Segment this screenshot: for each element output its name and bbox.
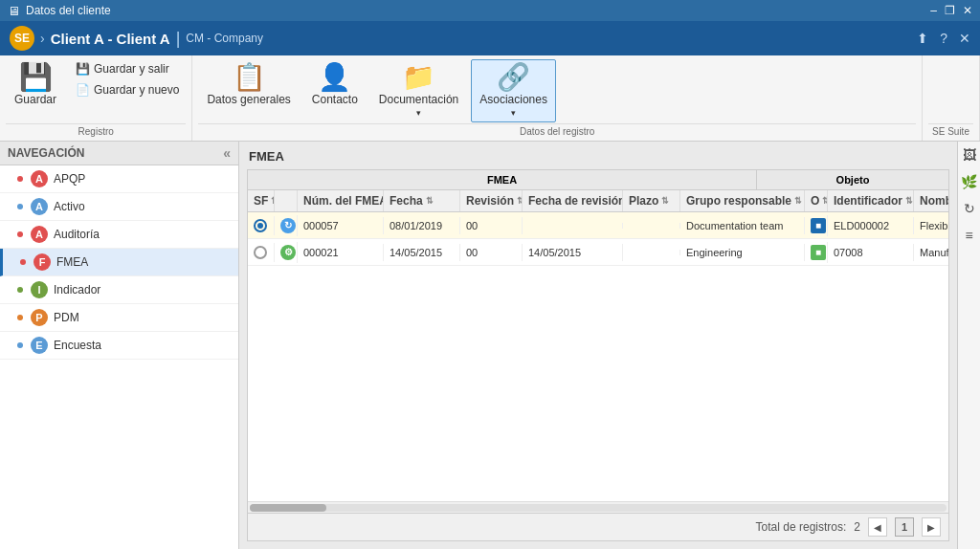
col-header-plazo[interactable]: Plazo⇅ bbox=[623, 190, 680, 211]
save-new-label: Guardar y nuevo bbox=[94, 83, 179, 97]
toolbar-btn-2[interactable]: 🌿 bbox=[960, 172, 979, 191]
radio-button[interactable] bbox=[254, 246, 267, 259]
save-new-button[interactable]: 📄 Guardar y nuevo bbox=[69, 80, 186, 99]
sidebar-item-pdm[interactable]: P PDM bbox=[0, 304, 238, 332]
sidebar-item-label: FMEA bbox=[56, 255, 88, 269]
cell-fecha-revision: 14/05/2015 bbox=[523, 244, 623, 261]
sidebar-item-auditoría[interactable]: A Auditoría bbox=[0, 221, 238, 249]
sidebar-item-fmea[interactable]: F FMEA bbox=[0, 249, 238, 276]
sidebar-item-indicador[interactable]: I Indicador bbox=[0, 276, 238, 304]
contacto-button[interactable]: 👤 Contacto bbox=[303, 59, 367, 111]
save-new-icon: 📄 bbox=[76, 83, 90, 97]
asociaciones-label: Asociaciones bbox=[479, 93, 547, 106]
sidebar-dot bbox=[20, 259, 26, 265]
main-area: NAVEGACIÓN « A APQP A Activo A Auditoría… bbox=[0, 142, 980, 549]
app-title: Datos del cliente bbox=[26, 4, 111, 17]
cell-o: ■ bbox=[805, 242, 828, 263]
header: SE › Client A - Client A | CM - Company … bbox=[0, 21, 980, 55]
cell-radio[interactable] bbox=[248, 243, 275, 262]
prev-page-button[interactable]: ◀ bbox=[868, 517, 887, 537]
sidebar-collapse-button[interactable]: « bbox=[223, 145, 231, 161]
sidebar: NAVEGACIÓN « A APQP A Activo A Auditoría… bbox=[0, 142, 239, 549]
sidebar-item-label: Indicador bbox=[54, 283, 100, 296]
table-group-header: FMEA Objeto bbox=[248, 170, 948, 190]
cell-radio[interactable] bbox=[248, 216, 275, 235]
col-header-revisión[interactable]: Revisión⇅ bbox=[460, 190, 523, 211]
asociaciones-button[interactable]: 🔗 Asociaciones ▾ bbox=[471, 59, 556, 122]
sidebar-item-icon: P bbox=[31, 309, 48, 326]
header-collapse-icon[interactable]: ⬆ bbox=[917, 31, 928, 46]
sidebar-dot bbox=[17, 342, 23, 348]
fmea-table: FMEA Objeto SF⇅Núm. del FMEA⇅Fecha⇅Revis… bbox=[247, 169, 949, 541]
sidebar-dot bbox=[17, 204, 23, 209]
contacto-label: Contacto bbox=[312, 93, 358, 106]
toolbar-btn-1[interactable]: 🖼 bbox=[960, 145, 979, 165]
restore-button[interactable]: ❐ bbox=[945, 4, 955, 17]
close-button[interactable]: ✕ bbox=[963, 4, 972, 17]
table-row[interactable]: ⚙ 00002114/05/20150014/05/2015Engineerin… bbox=[248, 239, 948, 266]
sidebar-item-icon: A bbox=[31, 226, 48, 243]
col-header-identificador[interactable]: Identificador⇅ bbox=[828, 190, 914, 211]
header-close-icon[interactable]: ✕ bbox=[959, 31, 970, 46]
sidebar-dot bbox=[17, 176, 23, 182]
breadcrumb-main[interactable]: Client A - Client A bbox=[51, 31, 170, 47]
app-logo: SE bbox=[10, 26, 34, 51]
sidebar-items-container: A APQP A Activo A Auditoría F FMEA I Ind… bbox=[0, 165, 238, 360]
sort-icon: ⇅ bbox=[794, 196, 802, 206]
header-help-icon[interactable]: ? bbox=[940, 31, 947, 46]
header-controls: ⬆ ? ✕ bbox=[917, 31, 970, 46]
datos-generales-button[interactable]: 📋 Datos generales bbox=[198, 59, 299, 111]
table-body: ↻ 00005708/01/201900Documentation team ■… bbox=[248, 212, 948, 501]
current-page: 1 bbox=[895, 517, 914, 537]
sidebar-item-label: PDM bbox=[54, 311, 79, 324]
sort-icon: ⇅ bbox=[661, 196, 669, 206]
col-label: O bbox=[811, 194, 819, 208]
col-header-[interactable] bbox=[275, 190, 298, 211]
col-label: SF bbox=[254, 194, 268, 208]
toolbar-btn-4[interactable]: ≡ bbox=[960, 226, 979, 245]
documentacion-button[interactable]: 📁 Documentación ▾ bbox=[370, 59, 467, 122]
sidebar-item-label: Auditoría bbox=[54, 228, 100, 241]
ribbon-datos-label: Datos del registro bbox=[198, 123, 916, 137]
sidebar-item-activo[interactable]: A Activo bbox=[0, 193, 238, 221]
save-button[interactable]: 💾 Guardar bbox=[6, 59, 65, 111]
sidebar-dot bbox=[17, 315, 23, 320]
group-header-fmea: FMEA bbox=[248, 170, 757, 189]
status-icon: ⚙ bbox=[280, 245, 296, 260]
save-exit-icon: 💾 bbox=[76, 62, 90, 76]
sidebar-item-encuesta[interactable]: E Encuesta bbox=[0, 332, 238, 360]
col-header-fecha[interactable]: Fecha⇅ bbox=[384, 190, 460, 211]
col-header-núm.-del-fmea[interactable]: Núm. del FMEA⇅ bbox=[298, 190, 384, 211]
next-page-button[interactable]: ▶ bbox=[922, 517, 941, 537]
sort-icon: ⇅ bbox=[426, 196, 434, 206]
toolbar-btn-3[interactable]: ↻ bbox=[960, 199, 979, 218]
cell-fecha: 08/01/2019 bbox=[384, 217, 460, 234]
minimize-button[interactable]: – bbox=[930, 4, 937, 17]
sidebar-item-label: Encuesta bbox=[54, 339, 101, 352]
col-header-sf[interactable]: SF⇅ bbox=[248, 190, 275, 211]
sort-icon: ⇅ bbox=[905, 196, 913, 206]
horizontal-scrollbar[interactable] bbox=[248, 501, 948, 513]
cell-grupo: Documentation team bbox=[680, 217, 805, 234]
cell-revision: 00 bbox=[460, 244, 523, 261]
cell-identificador: 07008 bbox=[828, 244, 914, 261]
col-header-fecha-de-revisión[interactable]: Fecha de revisión⇅ bbox=[523, 190, 623, 211]
ribbon-section-datos: 📋 Datos generales 👤 Contacto 📁 Documenta… bbox=[192, 55, 923, 141]
sidebar-item-icon: E bbox=[31, 337, 48, 354]
cell-nombre: Flexible Corrugated bbox=[914, 217, 948, 234]
col-label: Revisión bbox=[466, 194, 514, 208]
title-bar: 🖥 Datos del cliente – ❐ ✕ bbox=[0, 0, 980, 21]
cell-status: ↻ bbox=[275, 215, 298, 236]
radio-button[interactable] bbox=[254, 219, 267, 232]
cell-revision: 00 bbox=[460, 217, 523, 234]
status-icon: ↻ bbox=[280, 218, 296, 233]
table-row[interactable]: ↻ 00005708/01/201900Documentation team ■… bbox=[248, 212, 948, 239]
sidebar-item-apqp[interactable]: A APQP bbox=[0, 165, 238, 193]
col-header-grupo-responsable[interactable]: Grupo responsable⇅ bbox=[680, 190, 805, 211]
save-exit-button[interactable]: 💾 Guardar y salir bbox=[69, 59, 186, 78]
title-bar-title: 🖥 Datos del cliente bbox=[8, 4, 111, 18]
datos-generales-icon: 📋 bbox=[233, 64, 266, 91]
col-header-o[interactable]: O⇅ bbox=[805, 190, 828, 211]
col-header-nombre[interactable]: Nombre⇅ bbox=[914, 190, 949, 211]
scrollbar-thumb[interactable] bbox=[250, 504, 326, 512]
